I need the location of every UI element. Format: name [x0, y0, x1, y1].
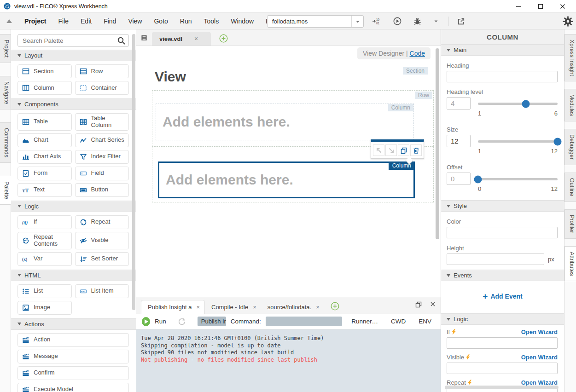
palette-item-text[interactable]: тTText [17, 183, 72, 197]
design-canvas[interactable]: View Designer | Code Section View Row Co… [136, 46, 441, 297]
publish-share-icon[interactable] [455, 16, 467, 26]
tab-view-vdl[interactable]: view.vdl × [152, 32, 211, 46]
heading-input[interactable] [447, 71, 558, 82]
palette-scrollbar[interactable] [132, 34, 135, 310]
console-output[interactable]: Tue Apr 28 2020 16:21:46 GMT+0100 (Briti… [136, 329, 441, 392]
compile-icon[interactable]: 1001 [371, 16, 383, 26]
size-slider-thumb[interactable] [554, 138, 562, 145]
palette-item-repeat[interactable]: Repeat [75, 215, 129, 229]
minimize-button[interactable] [515, 3, 522, 10]
tab-close-icon[interactable]: × [196, 304, 200, 311]
palette-item-button[interactable]: Button [75, 183, 129, 197]
tab-close-icon[interactable]: × [316, 304, 320, 311]
rail-tab-debugger[interactable]: Debugger [564, 129, 576, 165]
chevron-down-icon[interactable] [351, 16, 363, 27]
code-link[interactable]: Code [410, 50, 425, 57]
menu-view[interactable]: View [122, 17, 148, 25]
palette-item-table[interactable]: Table [17, 113, 72, 131]
palette-item-list[interactable]: List [17, 284, 72, 298]
palette-item-form[interactable]: Form [17, 167, 72, 180]
restore-panel-icon[interactable] [415, 301, 422, 308]
run-label[interactable]: Run [155, 318, 166, 325]
model-file-select[interactable]: foliodata.mos [267, 15, 364, 28]
tab-list-icon[interactable] [136, 30, 152, 46]
palette-section-components[interactable]: Components [11, 98, 136, 110]
maximize-button[interactable] [537, 3, 544, 10]
palette-item-image[interactable]: Image [17, 301, 72, 315]
events-section-header[interactable]: Events [441, 270, 564, 281]
palette-item-confirm[interactable]: Confirm [17, 366, 129, 380]
tab-close-icon[interactable]: × [194, 35, 198, 42]
palette-item-execute-model[interactable]: Execute Model [17, 383, 129, 392]
add-output-tab-icon[interactable] [331, 302, 339, 311]
add-event-button[interactable]: + Add Event [483, 291, 522, 301]
palette-section-layout[interactable]: Layout [11, 50, 136, 61]
command-input[interactable] [266, 317, 342, 326]
publish-insight-button[interactable]: Publish Ir [198, 317, 226, 326]
rail-tab-commands[interactable]: Commands [0, 122, 11, 163]
palette-section-logic[interactable]: Logic [11, 201, 136, 212]
settings-gear-icon[interactable] [561, 16, 575, 26]
palette-item-section[interactable]: Section [17, 64, 72, 78]
palette-item-container[interactable]: Container [75, 81, 129, 95]
move-up-button[interactable] [373, 144, 384, 156]
palette-item-column[interactable]: Column [17, 81, 72, 95]
heading-level-slider-thumb[interactable] [522, 100, 529, 108]
delete-button[interactable] [410, 144, 422, 156]
tab-close-icon[interactable]: × [253, 304, 256, 311]
offset-slider-thumb[interactable] [474, 175, 482, 183]
if-open-wizard-link[interactable]: Open Wizard [521, 329, 558, 335]
palette-item-message[interactable]: Message [17, 350, 129, 363]
visible-open-wizard-link[interactable]: Open Wizard [521, 354, 558, 361]
palette-item-chart-axis[interactable]: Chart Axis [17, 150, 72, 164]
run-options-chevron-icon[interactable] [430, 16, 442, 26]
column-badge[interactable]: Column [388, 104, 413, 111]
offset-slider[interactable] [478, 178, 558, 180]
debug-icon[interactable] [411, 16, 423, 26]
menu-project[interactable]: Project [18, 17, 52, 25]
output-tab-source-foliodata-[interactable]: source/foliodata.× [261, 300, 324, 314]
duplicate-button[interactable] [398, 144, 409, 156]
run-model-icon[interactable] [391, 16, 403, 26]
palette-item-chart-series[interactable]: Chart Series [75, 133, 129, 147]
rail-tab-xpress-insight[interactable]: Xpress Insight [564, 34, 576, 81]
rail-tab-outline[interactable]: Outline [564, 173, 576, 202]
inspector-scrollbar[interactable] [445, 386, 559, 389]
heading-level-input[interactable] [447, 97, 471, 110]
palette-item-chart[interactable]: Chart [17, 133, 72, 147]
section-badge[interactable]: Section [403, 67, 428, 75]
palette-item-if[interactable]: (if)If [17, 215, 72, 229]
menu-goto[interactable]: Goto [148, 17, 174, 25]
runner-button[interactable]: Runner… [351, 318, 378, 325]
menu-tools[interactable]: Tools [198, 17, 225, 25]
heading-level-slider[interactable] [478, 103, 558, 105]
palette-section-html[interactable]: HTML [11, 270, 136, 281]
run-button[interactable] [142, 317, 150, 326]
palette-item-index-filter[interactable]: Index Filter [75, 150, 129, 164]
color-input[interactable] [447, 227, 558, 238]
palette-section-actions[interactable]: Actions [11, 318, 136, 330]
palette-item-list-item[interactable]: List Item [75, 284, 129, 298]
palette-item-set-sorter[interactable]: Set Sorter [75, 252, 129, 266]
size-input[interactable] [447, 135, 471, 147]
offset-input[interactable] [447, 173, 471, 185]
move-down-button[interactable] [385, 144, 397, 156]
logic-section-header[interactable]: Logic [441, 313, 564, 325]
palette-item-field[interactable]: Field [75, 167, 129, 180]
palette-item-row[interactable]: Row [75, 64, 129, 78]
size-slider[interactable] [478, 140, 558, 143]
search-palette-input[interactable] [17, 34, 129, 47]
close-button[interactable] [559, 3, 566, 10]
palette-item-table-column[interactable]: Table Column [75, 113, 129, 131]
row-element[interactable]: Row Column Add elements here. [152, 90, 434, 146]
repeat-open-wizard-link[interactable]: Open Wizard [521, 379, 558, 386]
env-button[interactable]: ENV [419, 318, 431, 325]
close-panel-icon[interactable] [430, 301, 436, 308]
menu-run[interactable]: Run [174, 17, 198, 25]
main-section-header[interactable]: Main [441, 44, 564, 56]
collapse-toolbar-icon[interactable] [6, 19, 12, 23]
rail-tab-navigate[interactable]: Navigate [0, 76, 11, 110]
visible-input[interactable] [447, 363, 558, 374]
view-heading[interactable]: View [155, 69, 186, 85]
add-tab-icon[interactable] [219, 34, 228, 43]
